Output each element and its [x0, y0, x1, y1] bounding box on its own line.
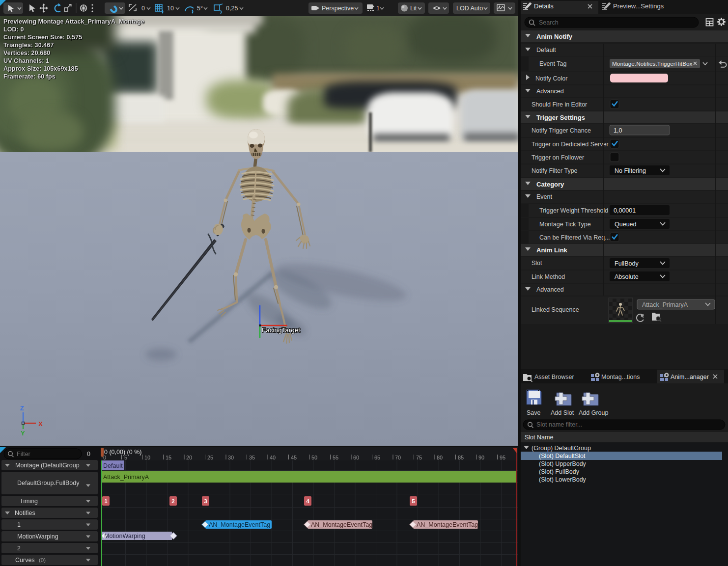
svg-text:(Slot) DefaultSlot: (Slot) DefaultSlot	[539, 453, 586, 459]
svg-text:Montage.Notifies.TriggerHitBox: Montage.Notifies.TriggerHitBox	[612, 60, 693, 67]
svg-text:35: 35	[249, 455, 255, 460]
svg-text:MotionWarping: MotionWarping	[17, 533, 58, 540]
svg-text:4: 4	[306, 498, 309, 504]
svg-text:0: 0	[87, 451, 90, 458]
svg-text:Montag...tions: Montag...tions	[601, 374, 640, 380]
svg-text:Can be Filtered Via Req...: Can be Filtered Via Req...	[539, 234, 610, 241]
svg-text:(Slot) UpperBody: (Slot) UpperBody	[539, 460, 587, 467]
svg-text:Anim...anager: Anim...anager	[671, 374, 709, 380]
svg-text:Linked Sequence: Linked Sequence	[532, 306, 579, 313]
svg-text:MotionWarping: MotionWarping	[104, 533, 145, 539]
svg-text:45: 45	[291, 455, 297, 460]
svg-text:Montage Tick Type: Montage Tick Type	[539, 221, 591, 228]
svg-text:AN_MontageEventTag: AN_MontageEventTag	[417, 521, 478, 528]
svg-text:(Group) DefaultGroup: (Group) DefaultGroup	[532, 445, 591, 452]
svg-text:Advanced: Advanced	[536, 286, 564, 293]
svg-text:Should Fire in Editor: Should Fire in Editor	[532, 101, 587, 108]
svg-text:60: 60	[353, 455, 359, 460]
svg-text:Anim Link: Anim Link	[536, 246, 568, 254]
svg-text:5: 5	[412, 498, 415, 504]
svg-text:0 (0,00) (0 %): 0 (0,00) (0 %)	[104, 449, 141, 456]
svg-text:20: 20	[186, 455, 192, 460]
svg-text:Search: Search	[539, 19, 559, 26]
svg-text:55: 55	[333, 455, 338, 460]
svg-text:DefaultGroup.FullBody: DefaultGroup.FullBody	[17, 480, 80, 486]
svg-text:Slot: Slot	[532, 260, 542, 267]
svg-text:Queued: Queued	[615, 221, 637, 228]
svg-text:95: 95	[500, 455, 505, 460]
svg-text:Absolute: Absolute	[615, 273, 639, 280]
svg-text:Details: Details	[534, 2, 554, 10]
svg-text:80: 80	[437, 455, 443, 460]
svg-text:No Filtering: No Filtering	[615, 167, 646, 174]
svg-text:Advanced: Advanced	[536, 88, 564, 95]
svg-text:30: 30	[228, 455, 234, 460]
svg-text:Asset Browser: Asset Browser	[534, 374, 574, 380]
svg-text:Slot name filter...: Slot name filter...	[536, 421, 582, 428]
svg-text:0,00001: 0,00001	[614, 207, 636, 214]
svg-text:Trigger on Dedicated Server: Trigger on Dedicated Server	[532, 141, 609, 148]
svg-text:Default: Default	[103, 462, 123, 469]
svg-text:1: 1	[17, 521, 21, 528]
svg-text:Notify Color: Notify Color	[535, 75, 567, 82]
svg-text:X: X	[38, 420, 43, 428]
svg-text:Event: Event	[536, 193, 552, 200]
svg-text:1,0: 1,0	[614, 127, 622, 134]
svg-text:AN_MontageEventTag: AN_MontageEventTag	[209, 521, 270, 528]
svg-text:Z: Z	[20, 404, 24, 412]
svg-text:10: 10	[144, 455, 150, 460]
svg-text:40: 40	[270, 455, 276, 460]
svg-text:90: 90	[478, 455, 484, 460]
svg-text:85: 85	[458, 455, 464, 460]
svg-text:FullBody: FullBody	[615, 260, 639, 267]
svg-text:(Slot) LowerBody: (Slot) LowerBody	[539, 476, 587, 483]
svg-text:(Slot) FullBody: (Slot) FullBody	[539, 468, 580, 475]
svg-text:Notify Filter Type: Notify Filter Type	[532, 167, 578, 174]
svg-text:Add Group: Add Group	[579, 409, 609, 416]
svg-text:Timing: Timing	[20, 498, 38, 505]
svg-text:0: 0	[103, 455, 106, 460]
svg-text:Trigger Weight Threshold: Trigger Weight Threshold	[539, 207, 608, 214]
svg-text:Preview...Settings: Preview...Settings	[613, 2, 664, 10]
svg-text:70: 70	[395, 455, 401, 460]
svg-text:75: 75	[416, 455, 422, 460]
svg-text:2: 2	[171, 498, 174, 504]
svg-text:Curves: Curves	[15, 557, 35, 564]
svg-text:Category: Category	[536, 181, 564, 188]
svg-text:65: 65	[374, 455, 380, 460]
svg-text:Montage (DefaultGroup: Montage (DefaultGroup	[15, 462, 80, 469]
svg-text:Anim Notify: Anim Notify	[536, 33, 573, 40]
svg-text:Link Method: Link Method	[532, 273, 565, 280]
svg-text:Trigger on Follower: Trigger on Follower	[532, 154, 584, 161]
svg-text:15: 15	[166, 455, 171, 460]
svg-text:50: 50	[311, 455, 317, 460]
svg-text:Event Tag: Event Tag	[539, 60, 566, 67]
svg-text:Attack_PrimaryA: Attack_PrimaryA	[103, 474, 149, 481]
svg-text:(0): (0)	[39, 557, 46, 563]
svg-text:Attack_PrimaryA: Attack_PrimaryA	[642, 301, 688, 308]
svg-text:25: 25	[207, 455, 213, 460]
svg-text:3: 3	[204, 498, 207, 504]
svg-text:1: 1	[104, 498, 108, 504]
svg-text:5: 5	[124, 455, 127, 460]
svg-text:Save: Save	[527, 409, 541, 416]
svg-text:2: 2	[17, 545, 21, 552]
svg-text:Notify Trigger Chance: Notify Trigger Chance	[532, 127, 591, 134]
svg-text:Y: Y	[21, 430, 25, 437]
svg-text:Slot Name: Slot Name	[525, 434, 553, 441]
svg-text:Trigger Settings: Trigger Settings	[536, 114, 585, 121]
svg-text:Default: Default	[536, 47, 556, 54]
svg-text:Filter: Filter	[17, 451, 30, 458]
svg-text:AN_MontageEventTag: AN_MontageEventTag	[311, 521, 372, 528]
svg-text:Notifies: Notifies	[15, 510, 35, 516]
svg-text:Add Slot: Add Slot	[551, 409, 574, 416]
